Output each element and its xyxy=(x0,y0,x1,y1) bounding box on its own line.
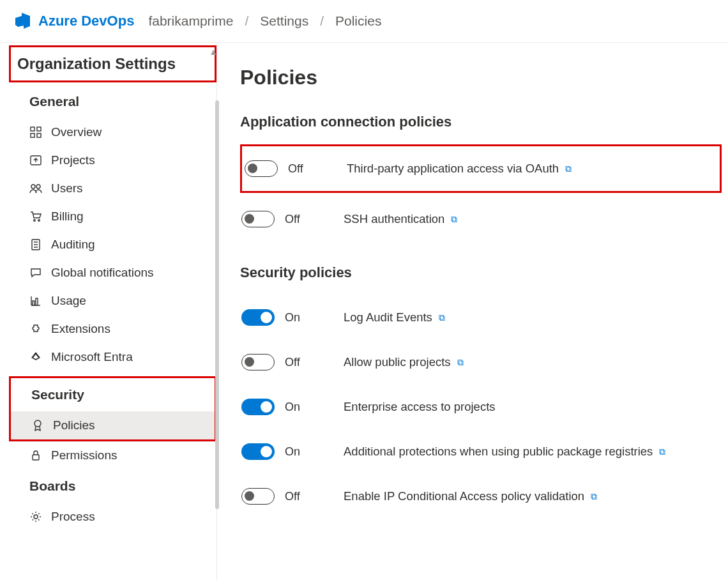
toggle-audit[interactable] xyxy=(241,309,275,326)
sidebar-item-global-notifications[interactable]: Global notifications xyxy=(9,259,216,287)
sidebar-item-extensions[interactable]: Extensions xyxy=(9,315,216,343)
sidebar-item-auditing[interactable]: Auditing xyxy=(9,231,216,259)
policy-label: Allow public projects xyxy=(344,355,451,369)
sidebar-item-permissions[interactable]: Permissions xyxy=(9,441,216,469)
policy-label: Log Audit Events xyxy=(344,310,432,324)
page-title: Policies xyxy=(240,66,722,89)
sidebar-item-label: Policies xyxy=(53,418,95,432)
sidebar-item-label: Auditing xyxy=(51,238,95,252)
sidebar-item-overview[interactable]: Overview xyxy=(9,118,216,146)
sidebar-item-projects[interactable]: Projects xyxy=(9,146,216,174)
link-icon[interactable]: ⧉ xyxy=(439,312,445,323)
brand-label[interactable]: Azure DevOps xyxy=(38,13,134,29)
toggle-state-label: Off xyxy=(276,356,342,369)
svg-point-6 xyxy=(36,185,40,188)
policy-row-ip-conditional: Off Enable IP Conditional Access policy … xyxy=(240,474,722,519)
grid-icon xyxy=(29,126,42,139)
chat-icon xyxy=(29,266,42,279)
svg-point-5 xyxy=(31,185,35,188)
toggle-enterprise[interactable] xyxy=(241,399,275,415)
sidebar-item-label: Users xyxy=(51,181,83,195)
policy-row-audit: On Log Audit Events ⧉ xyxy=(240,295,722,340)
policy-row-pkg-registries: On Additional protections when using pub… xyxy=(240,429,722,474)
svg-rect-16 xyxy=(36,298,38,305)
svg-point-8 xyxy=(38,220,40,222)
toggle-public-projects[interactable] xyxy=(241,354,275,370)
users-icon xyxy=(29,182,42,195)
cart-icon xyxy=(29,210,42,223)
policy-row-public-projects: Off Allow public projects ⧉ xyxy=(240,340,722,385)
policy-label: Enable IP Conditional Access policy vali… xyxy=(344,489,584,503)
scroll-up-icon[interactable]: ▲ xyxy=(209,47,218,57)
toggle-state-label: Off xyxy=(279,162,345,176)
breadcrumb-settings[interactable]: Settings xyxy=(260,13,308,29)
svg-rect-2 xyxy=(31,134,34,137)
svg-rect-3 xyxy=(37,134,41,137)
svg-rect-15 xyxy=(33,301,34,305)
toggle-ip-conditional[interactable] xyxy=(241,488,275,505)
policy-label: SSH authentication xyxy=(344,212,444,226)
gear-icon xyxy=(29,510,42,523)
svg-rect-18 xyxy=(33,455,39,460)
sidebar-item-label: Projects xyxy=(51,153,95,167)
policy-label: Third-party application access via OAuth xyxy=(347,162,559,176)
sidebar-item-usage[interactable]: Usage xyxy=(9,287,216,315)
svg-rect-0 xyxy=(31,127,34,131)
sidebar-security-block: Security Policies xyxy=(9,376,216,441)
policy-row-ssh: Off SSH authentication ⧉ xyxy=(240,197,722,241)
azure-devops-icon xyxy=(13,11,33,31)
sidebar-item-label: Process xyxy=(51,510,95,524)
link-icon[interactable]: ⧉ xyxy=(451,214,457,225)
sidebar-item-label: Billing xyxy=(51,210,84,224)
svg-point-17 xyxy=(34,420,41,427)
sidebar-title: Organization Settings xyxy=(9,45,216,82)
sidebar-item-label: Extensions xyxy=(51,322,110,336)
toggle-ssh[interactable] xyxy=(241,211,275,227)
header: Azure DevOps fabrikamprime / Settings / … xyxy=(0,0,728,42)
breadcrumb-separator: / xyxy=(245,13,248,29)
section-heading-security-policies: Security policies xyxy=(240,264,722,281)
link-icon[interactable]: ⧉ xyxy=(565,164,572,174)
logo[interactable]: Azure DevOps xyxy=(13,11,134,31)
link-icon[interactable]: ⧉ xyxy=(591,491,597,502)
svg-rect-1 xyxy=(37,127,41,131)
toggle-state-label: On xyxy=(276,401,342,414)
entra-icon xyxy=(29,351,42,363)
policy-row-enterprise: On Enterprise access to projects xyxy=(240,385,722,429)
toggle-oauth[interactable] xyxy=(245,160,278,177)
breadcrumb-org[interactable]: fabrikamprime xyxy=(148,13,233,29)
policy-row-oauth: Off Third-party application access via O… xyxy=(240,144,722,193)
breadcrumb-separator: / xyxy=(320,13,324,29)
breadcrumb-policies[interactable]: Policies xyxy=(335,13,381,29)
breadcrumb: fabrikamprime / Settings / Policies xyxy=(148,13,381,29)
sidebar-item-microsoft-entra[interactable]: Microsoft Entra xyxy=(9,343,216,371)
sidebar-heading-general: General xyxy=(9,85,216,118)
section-heading-app-connection: Application connection policies xyxy=(240,114,722,130)
badge-icon xyxy=(31,419,44,432)
toggle-state-label: On xyxy=(276,445,342,459)
sidebar-heading-security: Security xyxy=(11,378,215,411)
svg-point-7 xyxy=(34,220,36,222)
upload-icon xyxy=(29,154,42,167)
sidebar-item-billing[interactable]: Billing xyxy=(9,202,216,231)
toggle-pkg-registries[interactable] xyxy=(241,443,275,460)
svg-point-19 xyxy=(34,515,38,519)
link-icon[interactable]: ⧉ xyxy=(457,357,464,368)
policy-label: Additional protections when using public… xyxy=(344,445,653,459)
puzzle-icon xyxy=(29,323,42,335)
toggle-state-label: Off xyxy=(276,213,342,226)
main-content: Policies Application connection policies… xyxy=(217,42,728,580)
link-icon[interactable]: ⧉ xyxy=(659,446,665,457)
lock-icon xyxy=(29,449,42,462)
sidebar-item-users[interactable]: Users xyxy=(9,174,216,202)
scrollbar-thumb[interactable] xyxy=(215,100,219,509)
sidebar-item-policies[interactable]: Policies xyxy=(11,411,215,439)
sidebar-item-label: Microsoft Entra xyxy=(51,350,133,364)
toggle-state-label: Off xyxy=(276,490,342,503)
sidebar-item-label: Usage xyxy=(51,294,86,308)
sidebar-item-label: Global notifications xyxy=(51,266,154,280)
sidebar-item-process[interactable]: Process xyxy=(9,503,216,531)
document-icon xyxy=(29,238,42,251)
sidebar-heading-boards: Boards xyxy=(9,469,216,503)
sidebar: ▲ Organization Settings General Overview… xyxy=(0,42,217,580)
